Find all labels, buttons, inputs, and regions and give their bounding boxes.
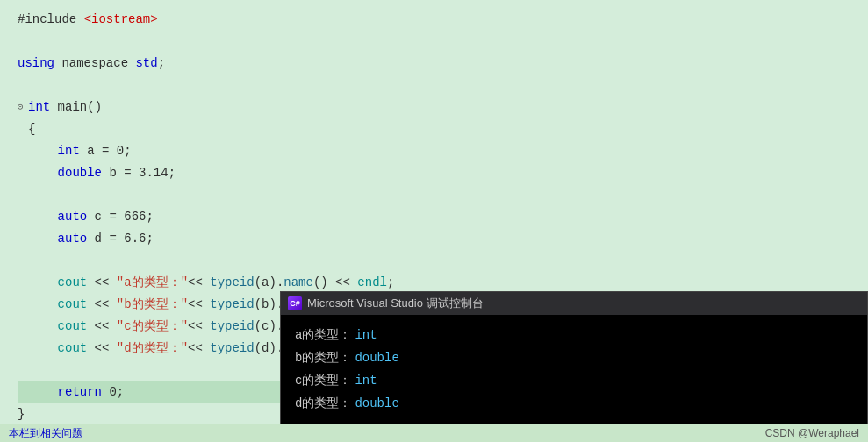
terminal-title: Microsoft Visual Studio 调试控制台 bbox=[307, 296, 484, 311]
code-line-3: using namespace std ; bbox=[18, 53, 850, 75]
collapse-icon[interactable]: ⊝ bbox=[18, 96, 26, 118]
code-line-1: #include <iostream> bbox=[18, 9, 850, 31]
code-text: ; bbox=[158, 53, 165, 75]
code-text: main() bbox=[50, 96, 102, 118]
typeid-b: typeid bbox=[210, 294, 254, 316]
code-text: c = 666; bbox=[87, 206, 154, 228]
code-text: << bbox=[87, 272, 117, 294]
code-line-12 bbox=[18, 250, 850, 272]
code-text: << bbox=[188, 294, 210, 316]
str-b: "b的类型：" bbox=[117, 294, 188, 316]
kw-using: using bbox=[18, 53, 54, 75]
output-label-c: c的类型： bbox=[295, 369, 351, 392]
code-text bbox=[28, 294, 58, 316]
code-text: << bbox=[87, 294, 117, 316]
code-line-9 bbox=[18, 184, 850, 206]
kw-auto-c: auto bbox=[58, 206, 88, 228]
kw-int: int bbox=[28, 96, 50, 118]
code-line-4 bbox=[18, 75, 850, 96]
kw-return: return bbox=[58, 381, 102, 403]
kw-double: double bbox=[58, 162, 102, 184]
terminal-output-line-4: d的类型： double bbox=[295, 392, 853, 415]
code-line-5: ⊝ int main() bbox=[18, 96, 850, 118]
str-c: "c的类型：" bbox=[117, 316, 188, 338]
code-text: << bbox=[87, 316, 117, 338]
bottom-bar: 本栏到相关问题 CSDN @Weraphael bbox=[0, 424, 868, 442]
code-text: namespace bbox=[54, 53, 135, 75]
include-header: <iostream> bbox=[84, 9, 158, 31]
typeid-d: typeid bbox=[210, 338, 254, 360]
code-line-10: auto c = 666; bbox=[18, 206, 850, 228]
kw-cout-a: cout bbox=[58, 272, 88, 294]
terminal-output-line-1: a的类型： int bbox=[295, 324, 853, 346]
bottom-link[interactable]: 本栏到相关问题 bbox=[9, 426, 82, 441]
code-text: << bbox=[87, 338, 117, 360]
kw-cout-c: cout bbox=[58, 316, 88, 338]
output-value-c: int bbox=[355, 369, 377, 392]
code-line-8: double b = 3.14; bbox=[18, 162, 850, 184]
typeid-a: typeid bbox=[210, 272, 254, 294]
terminal-output-line-3: c的类型： int bbox=[295, 369, 853, 392]
code-text bbox=[28, 228, 58, 250]
kw-auto-d: auto bbox=[58, 228, 88, 250]
terminal-icon: C# bbox=[288, 296, 302, 310]
code-text bbox=[28, 316, 58, 338]
code-line-2 bbox=[18, 31, 850, 53]
code-line-7: int a = 0; bbox=[18, 140, 850, 162]
code-editor: #include <iostream> using namespace std … bbox=[0, 0, 868, 442]
output-value-a: int bbox=[355, 324, 377, 346]
terminal-titlebar: C# Microsoft Visual Studio 调试控制台 bbox=[281, 292, 867, 315]
output-label-b: b的类型： bbox=[295, 346, 351, 369]
output-value-d: double bbox=[355, 392, 398, 415]
code-text bbox=[28, 162, 58, 184]
brace-close: } bbox=[18, 403, 25, 425]
code-text bbox=[28, 272, 58, 294]
typeid-c: typeid bbox=[210, 316, 254, 338]
terminal-body: a的类型： int b的类型： double c的类型： int d的类型： d… bbox=[281, 315, 867, 424]
code-line-11: auto d = 6.6; bbox=[18, 228, 850, 250]
str-a: "a的类型：" bbox=[117, 272, 188, 294]
code-text bbox=[28, 206, 58, 228]
output-value-b: double bbox=[355, 346, 398, 369]
str-d: "d的类型：" bbox=[117, 338, 188, 360]
code-text: a = 0; bbox=[80, 140, 132, 162]
code-text bbox=[28, 381, 58, 403]
code-text bbox=[28, 140, 58, 162]
code-text: 0; bbox=[102, 381, 124, 403]
code-text: #include bbox=[18, 9, 84, 31]
brace-open: { bbox=[28, 118, 35, 140]
code-text bbox=[28, 338, 58, 360]
terminal-output-line-2: b的类型： double bbox=[295, 346, 853, 369]
code-text: << bbox=[188, 316, 210, 338]
kw-std: std bbox=[135, 53, 157, 75]
output-label-a: a的类型： bbox=[295, 324, 351, 346]
code-text: b = 3.14; bbox=[102, 162, 176, 184]
code-text: d = 6.6; bbox=[87, 228, 154, 250]
kw-cout-d: cout bbox=[58, 338, 88, 360]
output-label-d: d的类型： bbox=[295, 392, 351, 415]
kw-cout-b: cout bbox=[58, 294, 88, 316]
kw-int-a: int bbox=[58, 140, 80, 162]
bottom-credit: CSDN @Weraphael bbox=[765, 427, 859, 439]
code-line-6: { bbox=[18, 118, 850, 140]
terminal-window: C# Microsoft Visual Studio 调试控制台 a的类型： i… bbox=[280, 291, 868, 424]
code-text: << bbox=[188, 272, 210, 294]
code-text: << bbox=[188, 338, 210, 360]
